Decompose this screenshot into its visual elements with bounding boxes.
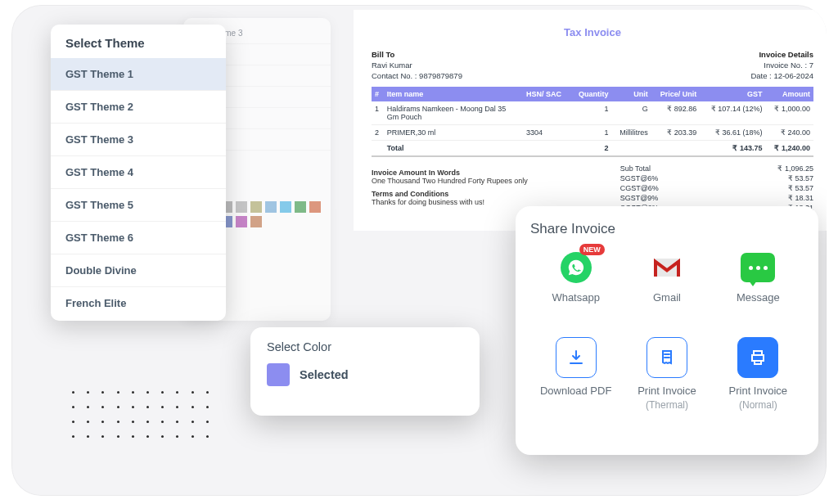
bill-to-label: Bill To: [372, 50, 462, 59]
table-row: 1 Haldirams Namkeen - Moong Dal 35 Gm Po…: [372, 101, 813, 125]
select-theme-panel: Select Theme GST Theme 1 GST Theme 2 GST…: [51, 25, 226, 321]
print-thermal[interactable]: Print Invoice(Thermal): [624, 337, 710, 412]
share-label: Whatsapp: [552, 291, 600, 304]
bill-to-contact: Contact No. : 9879879879: [372, 71, 462, 80]
share-label: Gmail: [653, 291, 681, 304]
share-invoice-panel: Share Invoice NEW Whatsapp Gmail: [516, 206, 818, 455]
select-theme-title: Select Theme: [51, 36, 226, 58]
amount-in-words: One Thousand Two Hundred Forty Rupees on…: [372, 177, 604, 185]
share-whatsapp[interactable]: NEW Whatsapp: [534, 250, 619, 304]
invoice-summary: Sub Total₹ 1,096.25 SGST@6%₹ 53.57 CGST@…: [620, 164, 813, 213]
theme-option[interactable]: GST Theme 3: [51, 124, 226, 156]
select-color-panel: Select Color Selected: [250, 327, 480, 416]
message-icon: [741, 253, 775, 282]
share-label: Download PDF: [540, 385, 611, 398]
invoice-table: # Item name HSN/ SAC Quantity Unit Price…: [372, 87, 813, 157]
selected-color-swatch: [267, 363, 290, 386]
print-normal[interactable]: Print Invoice(Normal): [715, 337, 800, 412]
share-invoice-title: Share Invoice: [530, 221, 804, 237]
selected-color-label: Selected: [300, 368, 349, 381]
share-label: Print Invoice(Normal): [729, 385, 788, 412]
download-icon: [556, 337, 597, 378]
printer-icon: [737, 337, 778, 378]
bill-to-name: Ravi Kumar: [372, 61, 462, 70]
theme-option[interactable]: GST Theme 5: [51, 189, 226, 222]
stage: GST Theme 3 me 4 me 5 me 6 vine te Color…: [11, 5, 827, 496]
terms-label: Terms and Conditions: [372, 190, 604, 198]
table-total-row: Total 2 ₹ 143.75 ₹ 1,240.00: [372, 141, 813, 157]
whatsapp-icon: [561, 252, 592, 283]
invoice-date: Date : 12-06-2024: [750, 71, 813, 80]
share-message[interactable]: Message: [715, 250, 800, 304]
new-badge: NEW: [579, 244, 605, 255]
invoice-title: Tax Invoice: [372, 26, 813, 38]
theme-option[interactable]: French Elite: [51, 287, 226, 319]
terms-value: Thanks for doing business with us!: [372, 198, 604, 206]
invoice-preview: Tax Invoice Bill To Ravi Kumar Contact N…: [354, 10, 827, 231]
amount-in-words-label: Invoice Amount In Words: [372, 169, 604, 177]
download-pdf[interactable]: Download PDF: [534, 337, 619, 398]
theme-option[interactable]: Double Divine: [51, 254, 226, 287]
decorative-dot-grid: [72, 391, 211, 440]
gmail-icon: [650, 250, 684, 285]
select-color-title: Select Color: [267, 340, 463, 353]
theme-option[interactable]: GST Theme 4: [51, 156, 226, 189]
theme-option[interactable]: GST Theme 2: [51, 91, 226, 124]
share-label: Print Invoice(Thermal): [638, 385, 696, 412]
theme-option[interactable]: GST Theme 6: [51, 222, 226, 254]
receipt-icon: [647, 337, 687, 378]
theme-option[interactable]: GST Theme 1: [51, 58, 226, 91]
share-label: Message: [737, 291, 780, 304]
invoice-no: Invoice No. : 7: [750, 61, 813, 70]
table-row: 2 PRIMER,30 ml 3304 1 Millilitres ₹ 203.…: [372, 125, 813, 141]
share-gmail[interactable]: Gmail: [624, 250, 710, 304]
invoice-details-label: Invoice Details: [750, 50, 813, 59]
